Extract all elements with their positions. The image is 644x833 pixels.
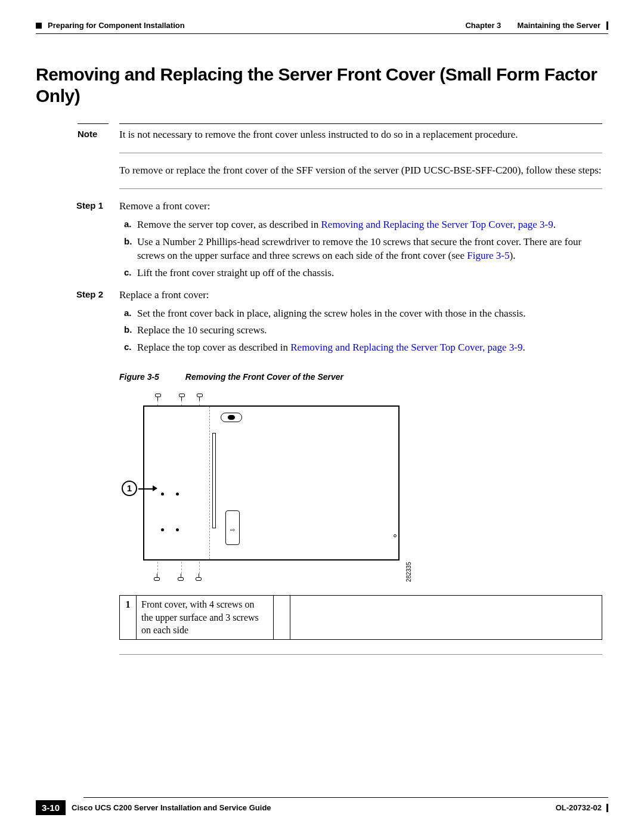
xref-link[interactable]: Removing and Replacing the Server Top Co… (290, 342, 522, 353)
footer-guide-title: Cisco UCS C200 Server Installation and S… (72, 803, 271, 812)
step-1: Step 1 Remove a front cover: a. Remove t… (119, 200, 602, 280)
step-2: Step 2 Replace a front cover: a. Set the… (119, 289, 602, 355)
page-title: Removing and Replacing the Server Front … (36, 64, 608, 107)
section-end-rule (119, 654, 602, 655)
header-square-icon (36, 23, 42, 29)
header-bar-icon (606, 21, 608, 30)
callout-marker: 1 (122, 481, 137, 496)
header-chapter: Chapter 3 (465, 21, 501, 30)
sub-item: b. Replace the 10 securing screws. (137, 324, 602, 337)
step-label: Step 2 (76, 289, 103, 301)
note-text: It is not necessary to remove the front … (119, 129, 518, 140)
note-block: Note It is not necessary to remove the f… (119, 128, 602, 142)
note-label: Note (78, 128, 97, 140)
page-footer: 3-10 Cisco UCS C200 Server Installation … (36, 797, 608, 815)
header-section: Preparing for Component Installation (48, 21, 185, 30)
footer-doc-id: OL-20732-02 (556, 803, 602, 812)
page-header: Preparing for Component Installation Cha… (36, 21, 608, 30)
xref-link[interactable]: Figure 3-5 (467, 250, 509, 261)
step-text: Remove a front cover: (119, 200, 210, 212)
step-text: Replace a front cover: (119, 289, 209, 301)
header-rule (36, 33, 608, 34)
page-number: 3-10 (36, 800, 66, 815)
figure-id: 282335 (405, 562, 413, 581)
sub-item: b. Use a Number 2 Phillips-head screwdri… (137, 236, 602, 263)
legend-num: 1 (120, 596, 137, 640)
step-label: Step 1 (76, 200, 103, 212)
xref-link[interactable]: Removing and Replacing the Server Top Co… (321, 219, 553, 230)
footer-bar-icon (606, 804, 608, 812)
sub-item: a. Remove the server top cover, as descr… (137, 218, 602, 232)
intro-text: To remove or replace the front cover of … (119, 164, 602, 178)
figure-diagram: ⇨ 1 282335 (119, 391, 411, 588)
legend-desc: Front cover, with 4 screws on the upper … (137, 596, 274, 640)
sub-item: c. Lift the front cover straight up off … (137, 267, 602, 280)
sub-item: c. Replace the top cover as described in… (137, 341, 602, 355)
figure-legend: 1 Front cover, with 4 screws on the uppe… (119, 595, 602, 640)
header-chapter-title: Maintaining the Server (518, 21, 600, 30)
sub-item: a. Set the front cover back in place, al… (137, 307, 602, 321)
figure-caption: Figure 3-5 Removing the Front Cover of t… (119, 371, 602, 383)
